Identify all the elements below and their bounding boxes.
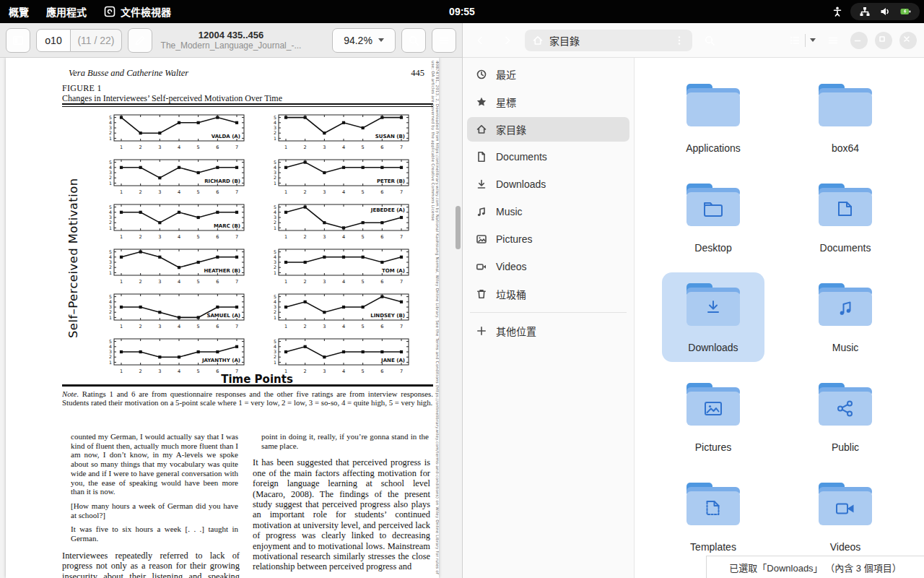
svg-text:6: 6 [216,189,219,195]
folder-icon-music [816,281,874,332]
folder-label: Documents [820,242,871,254]
svg-text:1: 1 [120,234,123,240]
svg-text:1: 1 [274,270,276,275]
folder-downloads[interactable]: Downloads [662,272,764,362]
page-number-text: 445 [396,68,424,79]
menu-button[interactable] [432,28,456,53]
search-button[interactable] [401,28,426,53]
svg-text:5: 5 [197,324,200,329]
folder-public[interactable]: Public [794,372,897,462]
music-icon [476,206,487,217]
svg-text:2: 2 [109,264,112,269]
folder-applications[interactable]: Applications [662,73,764,163]
maximize-button[interactable] [875,32,892,49]
sidebar-item-other-locations[interactable]: 其他位置 [467,319,629,343]
folder-icon-video [816,480,874,531]
hamburger-icon [438,35,450,46]
activities-button[interactable]: 概覽 [0,0,38,23]
folder-documents[interactable]: Documents [794,173,897,262]
view-toggle[interactable] [789,34,816,47]
sidebar-toggle-button[interactable] [6,28,30,53]
folder-pictures[interactable]: Pictures [662,372,764,462]
sidebar-item-documents[interactable]: Documents [467,144,629,169]
svg-text:2: 2 [304,279,307,285]
figure-label: FIGURE 1 [62,83,102,94]
sidebar-item-star[interactable]: 星標 [467,90,629,114]
body-paragraph: Interviewees repeatedly referred to lack… [62,551,240,578]
top-bar: 概覽 應用程式 文件檢視器 09:55 [0,0,924,23]
folder-desktop[interactable]: Desktop [662,173,764,262]
menu-button[interactable] [823,30,843,51]
accessibility-icon[interactable] [832,6,843,17]
sidebar-divider [470,312,627,313]
svg-text:7: 7 [400,234,403,240]
svg-text:7: 7 [235,144,238,150]
svg-text:1: 1 [120,324,123,329]
figure-caption: Changes in Interviewees’ Self-perceived … [62,93,282,104]
svg-text:5: 5 [197,279,200,285]
folder-label: Pictures [695,441,732,453]
sidebar-item-label: Videos [496,261,527,272]
svg-text:2: 2 [304,189,307,195]
svg-text:JANE (A): JANE (A) [380,358,405,363]
places-sidebar: 最近星標家目錄DocumentsDownloadsMusicPicturesVi… [463,58,635,578]
svg-text:5: 5 [362,234,365,240]
svg-text:3: 3 [323,189,326,195]
svg-text:7: 7 [400,189,403,195]
zoom-selector[interactable]: 94.2% [332,28,396,53]
system-status-area[interactable] [850,3,920,20]
sidebar-item-label: 星標 [496,95,516,109]
svg-text:4: 4 [342,279,345,285]
folder-label: Music [832,342,859,353]
sidebar-item-pictures[interactable]: Pictures [467,227,629,251]
svg-text:MARC (B): MARC (B) [214,223,240,229]
sidebar-item-clock[interactable]: 最近 [467,62,629,87]
pdf-scrollbar[interactable] [456,206,461,249]
divider [805,34,806,47]
path-bar[interactable]: 家目錄 [525,30,692,51]
kebab-menu-icon[interactable] [674,35,685,46]
folder-label: Videos [830,541,861,553]
svg-text:TOM (A): TOM (A) [382,268,405,274]
svg-text:7: 7 [400,279,403,285]
clock[interactable]: 09:55 [449,6,475,17]
sidebar-item-downloads[interactable]: Downloads [467,172,629,197]
svg-text:4: 4 [178,144,180,150]
svg-text:4: 4 [342,189,345,195]
close-button[interactable] [899,32,917,49]
figure-chart-grid: 123451234567VALDA (A)123451234567SUSAN (… [103,113,411,379]
svg-text:7: 7 [400,324,403,329]
svg-text:4: 4 [342,234,345,240]
sidebar-item-trash[interactable]: 垃圾桶 [467,282,629,306]
focused-app-menu[interactable]: 文件檢視器 [95,0,180,23]
folder-videos[interactable]: Videos [794,472,897,561]
svg-text:3: 3 [323,144,326,150]
svg-text:4: 4 [274,254,276,259]
svg-text:4: 4 [178,324,180,329]
speaker-icon [879,6,891,17]
figure-note: Note. Ratings 1 and 6 are from questionn… [62,389,433,407]
folder-music[interactable]: Music [794,272,897,362]
svg-text:3: 3 [274,215,276,220]
svg-text:6: 6 [380,144,383,150]
minimize-button[interactable] [850,32,868,49]
sidebar-item-home[interactable]: 家目錄 [467,117,629,142]
svg-text:1: 1 [120,279,123,285]
sidebar-item-music[interactable]: Music [467,199,629,224]
page-number-input[interactable]: o10 [36,29,71,52]
sidebar-item-videos[interactable]: Videos [467,254,629,279]
document-area[interactable]: Vera Busse and Catherine Walter 445 FIGU… [0,58,462,578]
quote-paragraph: counted my German, I would actually say … [71,432,238,496]
folder-grid[interactable]: Applications box64 Desktop Documents Dow… [635,58,924,578]
forward-button[interactable] [497,30,518,51]
svg-text:3: 3 [158,279,161,285]
svg-text:6: 6 [216,324,219,329]
svg-text:5: 5 [274,204,276,210]
back-button[interactable] [470,30,490,51]
svg-text:7: 7 [235,324,238,329]
search-button[interactable] [699,30,720,51]
folder-label: Templates [690,541,736,553]
folder-box64[interactable]: box64 [794,73,897,163]
applications-menu[interactable]: 應用程式 [38,0,95,23]
folder-templates[interactable]: Templates [662,472,764,561]
